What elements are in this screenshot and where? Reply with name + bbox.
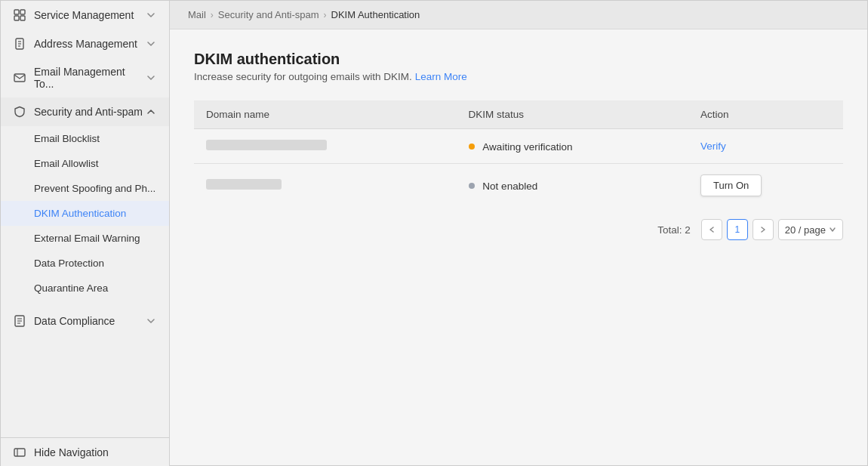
sidebar-sub-item-quarantine-area-label: Quarantine Area	[34, 282, 108, 294]
domain-placeholder-1	[206, 140, 327, 150]
sidebar-sub-item-email-allowlist[interactable]: Email Allowlist	[1, 151, 169, 176]
verify-link[interactable]: Verify	[700, 140, 726, 152]
action-cell-1: Verify	[688, 129, 843, 164]
sidebar-sub-item-dkim-authentication-label: DKIM Authentication	[34, 208, 126, 219]
domain-cell-2	[194, 164, 457, 208]
svg-rect-1	[20, 10, 25, 14]
svg-rect-8	[14, 74, 25, 82]
page-subtitle: Increase security for outgoing emails wi…	[194, 71, 843, 82]
sidebar-sub-item-external-email-warning-label: External Email Warning	[34, 233, 140, 244]
sidebar-sub-item-prevent-spoofing-label: Prevent Spoofing and Ph...	[34, 183, 155, 194]
sidebar-item-security-antispam-label: Security and Anti-spam	[34, 106, 145, 118]
sidebar-item-service-management[interactable]: Service Management	[1, 1, 169, 29]
table-row: Not enabled Turn On	[194, 164, 843, 208]
action-cell-2: Turn On	[688, 164, 843, 208]
status-dot-awaiting	[469, 144, 475, 150]
dkim-table: Domain name DKIM status Action Awaiting …	[194, 100, 843, 207]
per-page-select[interactable]: 20 / page	[778, 219, 843, 240]
chevron-down-icon	[145, 315, 157, 327]
email-tool-icon	[13, 71, 26, 85]
svg-rect-3	[20, 16, 25, 20]
status-dot-disabled	[469, 183, 475, 189]
per-page-label: 20 / page	[785, 224, 826, 236]
breadcrumb-sep-2: ›	[324, 10, 327, 20]
sidebar-item-service-management-label: Service Management	[34, 9, 145, 21]
sidebar-item-address-management[interactable]: Address Management	[1, 29, 169, 58]
sidebar-item-data-compliance[interactable]: Data Compliance	[1, 307, 169, 335]
sidebar-item-email-management[interactable]: Email Management To...	[1, 58, 169, 97]
sidebar-item-security-antispam[interactable]: Security and Anti-spam	[1, 97, 169, 126]
col-dkim-status: DKIM status	[457, 100, 688, 129]
breadcrumb-current: DKIM Authentication	[331, 9, 420, 20]
chevron-up-icon	[145, 106, 157, 118]
domain-placeholder-2	[206, 179, 282, 190]
pagination-total: Total: 2	[657, 224, 691, 236]
sidebar-sub-item-email-allowlist-label: Email Allowlist	[34, 158, 99, 169]
page-subtitle-text: Increase security for outgoing emails wi…	[194, 71, 412, 82]
chevron-down-icon	[145, 72, 157, 84]
col-domain-name: Domain name	[194, 100, 457, 129]
table-row: Awaiting verification Verify	[194, 129, 843, 164]
sidebar-item-address-management-label: Address Management	[34, 38, 145, 50]
compliance-icon	[13, 314, 26, 328]
pagination-next-button[interactable]	[753, 219, 774, 240]
col-action: Action	[688, 100, 843, 129]
main-content: Mail › Security and Anti-spam › DKIM Aut…	[170, 1, 867, 465]
hide-nav-icon	[13, 446, 26, 459]
page-title: DKIM authentication	[194, 51, 843, 68]
chevron-down-icon	[145, 9, 157, 21]
chevron-down-icon	[145, 38, 157, 50]
sidebar-sub-item-prevent-spoofing[interactable]: Prevent Spoofing and Ph...	[1, 176, 169, 201]
pagination-prev-button[interactable]	[701, 219, 722, 240]
sidebar-bottom: Hide Navigation	[1, 437, 169, 466]
sidebar-sub-item-external-email-warning[interactable]: External Email Warning	[1, 226, 169, 251]
status-label-2: Not enabled	[482, 180, 537, 191]
sidebar: Service Management Address Management	[1, 1, 170, 466]
breadcrumb-security: Security and Anti-spam	[218, 9, 319, 20]
learn-more-link[interactable]: Learn More	[415, 71, 467, 82]
sidebar-sub-item-email-blocklist[interactable]: Email Blocklist	[1, 126, 169, 151]
sidebar-sub-item-data-protection[interactable]: Data Protection	[1, 251, 169, 276]
shield-icon	[13, 105, 26, 119]
grid-icon	[13, 8, 26, 22]
pagination-page-number: 1	[734, 224, 740, 235]
status-label-1: Awaiting verification	[482, 140, 572, 152]
status-cell-2: Not enabled	[457, 164, 688, 208]
sidebar-sub-item-data-protection-label: Data Protection	[34, 258, 104, 269]
status-cell-1: Awaiting verification	[457, 129, 688, 164]
table-header-row: Domain name DKIM status Action	[194, 100, 843, 129]
hide-navigation-button[interactable]: Hide Navigation	[1, 438, 169, 466]
sidebar-sub-item-quarantine-area[interactable]: Quarantine Area	[1, 276, 169, 301]
sidebar-sub-item-dkim-authentication[interactable]: DKIM Authentication	[1, 201, 169, 226]
breadcrumb: Mail › Security and Anti-spam › DKIM Aut…	[170, 1, 867, 29]
svg-rect-0	[14, 10, 19, 14]
sidebar-sub-item-email-blocklist-label: Email Blocklist	[34, 133, 100, 144]
domain-cell-1	[194, 129, 457, 164]
hide-navigation-label: Hide Navigation	[34, 446, 157, 458]
breadcrumb-sep-1: ›	[211, 10, 214, 20]
sidebar-item-data-compliance-label: Data Compliance	[34, 315, 145, 327]
svg-rect-2	[14, 16, 19, 20]
pagination-bar: Total: 2 1 20 / page	[194, 207, 843, 243]
breadcrumb-mail: Mail	[188, 9, 206, 20]
address-book-icon	[13, 37, 26, 51]
sidebar-item-email-management-label: Email Management To...	[34, 66, 145, 90]
turn-on-button[interactable]: Turn On	[700, 174, 762, 196]
page-body: DKIM authentication Increase security fo…	[170, 29, 867, 465]
pagination-page-1-button[interactable]: 1	[727, 219, 748, 240]
svg-rect-13	[14, 449, 25, 456]
